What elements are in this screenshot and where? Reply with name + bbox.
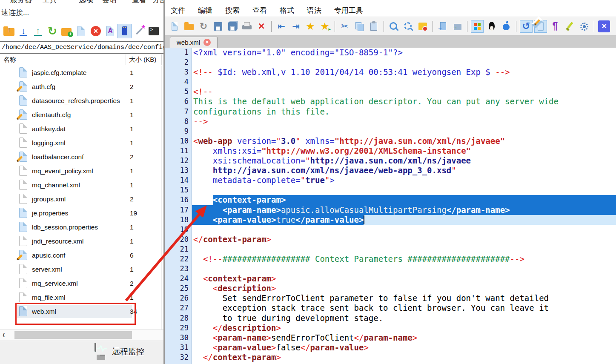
- editor-menu-item-专用工具[interactable]: 专用工具: [328, 6, 369, 15]
- code-text[interactable]: xmlns:xsi="http://www.w3.org/2001/XMLSch…: [192, 146, 616, 156]
- code-text[interactable]: [192, 126, 616, 136]
- highlighter-icon[interactable]: [564, 20, 576, 32]
- wizard-icon[interactable]: *: [132, 24, 146, 38]
- code-text[interactable]: <!--: [192, 87, 616, 97]
- code-line[interactable]: 11 xmlns:xsi="http://www.w3.org/2001/XML…: [165, 146, 616, 156]
- column-size[interactable]: 大小 (KB): [129, 54, 156, 66]
- undo-icon[interactable]: ↺: [520, 20, 532, 32]
- apple-icon[interactable]: [500, 20, 512, 32]
- code-line[interactable]: 6This is the default web application des…: [165, 97, 616, 106]
- new-file-icon[interactable]: [169, 20, 181, 32]
- column-name[interactable]: 名称: [3, 54, 16, 66]
- refresh-icon[interactable]: ↻: [46, 24, 59, 38]
- cut-icon[interactable]: ✂: [339, 20, 351, 32]
- pilcrow-icon[interactable]: ¶: [549, 20, 561, 32]
- code-line[interactable]: 5<!--: [165, 87, 616, 97]
- code-text[interactable]: xsi:schemaLocation="http://java.sun.com/…: [192, 156, 616, 166]
- code-text[interactable]: This is the default web application desc…: [192, 97, 616, 106]
- left-menu-item-会话[interactable]: 会话: [102, 0, 117, 5]
- code-line[interactable]: 13 http://java.sun.com/xml/ns/javaee/web…: [165, 166, 616, 175]
- code-text[interactable]: exception stack trace sent back to clien…: [192, 303, 616, 313]
- file-row-server.xml[interactable]: server.xml1: [0, 262, 163, 276]
- terminal-icon[interactable]: >: [147, 24, 160, 38]
- path-input[interactable]: /home/dee/AAS_DeeService/domains/dee/con…: [0, 41, 163, 54]
- new-file-icon[interactable]: [74, 24, 88, 38]
- code-text[interactable]: <!-- $Id: web.xml,v 1.10 2011/04/14 00:5…: [192, 67, 616, 77]
- file-row-mq_service.xml[interactable]: mq_service.xml2: [0, 276, 163, 290]
- code-text[interactable]: <param-value>true</param-value>: [192, 215, 616, 225]
- code-text[interactable]: <param-name>apusic.allowCasualMultipartP…: [192, 205, 616, 215]
- left-menu-item-工具[interactable]: 工具: [43, 0, 57, 5]
- code-text[interactable]: <param-value>false</param-value>: [192, 343, 616, 353]
- code-line[interactable]: 7configurations in this file.: [165, 107, 616, 117]
- code-line[interactable]: 33: [165, 362, 616, 364]
- linux-icon[interactable]: [486, 20, 498, 32]
- code-line[interactable]: 9: [165, 126, 616, 136]
- file-row-jaspic.cfg.template[interactable]: jaspic.cfg.template1: [0, 66, 163, 80]
- code-line[interactable]: 2: [165, 57, 616, 67]
- code-line[interactable]: 1<?xml version="1.0" encoding="ISO-8859-…: [165, 48, 616, 57]
- code-line[interactable]: 20</context-param>: [165, 235, 616, 244]
- code-line[interactable]: 24 <context-param>: [165, 274, 616, 284]
- code-text[interactable]: <param-name>sendErrorToClient</param-nam…: [192, 333, 616, 343]
- replace-icon[interactable]: [402, 20, 414, 32]
- editor-menu-item-语法[interactable]: 语法: [301, 6, 327, 15]
- upload-icon[interactable]: ↑: [31, 24, 45, 38]
- code-text[interactable]: <description>: [192, 284, 616, 293]
- save-all-icon[interactable]: [226, 20, 238, 32]
- quick-connect[interactable]: 速连接...: [0, 6, 163, 21]
- code-line[interactable]: 8-->: [165, 117, 616, 126]
- find-icon[interactable]: [388, 20, 400, 32]
- bookmark-edit-icon[interactable]: ★: [304, 20, 316, 32]
- print-icon[interactable]: [241, 20, 253, 32]
- file-row-apusic.conf[interactable]: apusic.conf6: [0, 248, 163, 262]
- settings-gear-icon[interactable]: [578, 20, 590, 32]
- code-text[interactable]: -->: [192, 117, 616, 126]
- code-line[interactable]: 23: [165, 264, 616, 274]
- outdent-icon[interactable]: ⇤: [275, 20, 287, 32]
- code-text[interactable]: <?xml version="1.0" encoding="ISO-8859-1…: [192, 48, 616, 57]
- editor-menu-item-查看[interactable]: 查看: [246, 6, 273, 15]
- left-menu-item-选项[interactable]: 选项: [79, 0, 93, 5]
- save-icon[interactable]: [212, 20, 224, 32]
- code-text[interactable]: </context-param>: [192, 353, 616, 362]
- code-text[interactable]: to true during development stage.: [192, 313, 616, 323]
- left-menu-item-分割[interactable]: 分割: [152, 0, 163, 5]
- code-text[interactable]: <!--################## Context Parameter…: [192, 254, 616, 264]
- editor-menu-item-格式[interactable]: 格式: [274, 6, 300, 15]
- file-row-jndi_resource.xml[interactable]: jndi_resource.xml1: [0, 234, 163, 248]
- file-row-mq_event_policy.xml[interactable]: mq_event_policy.xml1: [0, 164, 163, 178]
- editor-icon[interactable]: [118, 24, 132, 38]
- code-text[interactable]: <web-app version="3.0" xmlns="http://jav…: [192, 136, 616, 146]
- download-icon[interactable]: ↓: [17, 24, 30, 38]
- code-line[interactable]: 31 <param-value>false</param-value>: [165, 343, 616, 353]
- copy-icon[interactable]: [353, 20, 365, 32]
- code-line[interactable]: 19: [165, 225, 616, 235]
- editor-menu-item-文件[interactable]: 文件: [165, 6, 191, 15]
- up-directory-icon[interactable]: ↑: [2, 24, 16, 38]
- code-line[interactable]: 10<web-app version="3.0" xmlns="http://j…: [165, 136, 616, 146]
- close-icon[interactable]: ×: [203, 39, 211, 46]
- file-row-je.properties[interactable]: je.properties19: [0, 206, 163, 220]
- remote-monitor-label[interactable]: 远程监控: [112, 346, 144, 357]
- editor-menu-item-搜索[interactable]: 搜索: [219, 6, 246, 15]
- code-line[interactable]: 17 <param-name>apusic.allowCasualMultipa…: [165, 205, 616, 215]
- code-text[interactable]: configurations in this file.: [192, 107, 616, 117]
- file-row-auth.cfg[interactable]: auth.cfg2: [0, 80, 163, 94]
- code-text[interactable]: metadata-complete="true">: [192, 175, 616, 185]
- horizontal-scrollbar[interactable]: ‹: [0, 330, 163, 341]
- edit-page-icon[interactable]: [535, 20, 547, 32]
- file-row-clientauth.cfg[interactable]: clientauth.cfg1: [0, 108, 163, 122]
- file-row-loadbalancer.conf[interactable]: loadbalancer.conf2: [0, 150, 163, 164]
- file-back-icon[interactable]: [437, 20, 449, 32]
- file-row-ldb_session.properties[interactable]: ldb_session.properties1: [0, 220, 163, 234]
- file-row-datasource_refresh.properties[interactable]: datasource_refresh.properties1: [0, 94, 163, 108]
- editor-menu-item-编辑[interactable]: 编辑: [192, 6, 218, 15]
- code-text[interactable]: [192, 362, 616, 364]
- file-row-mq_channel.xml[interactable]: mq_channel.xml1: [0, 178, 163, 192]
- code-line[interactable]: 27 exception stack trace sent back to cl…: [165, 303, 616, 313]
- code-line[interactable]: 28 to true during development stage.: [165, 313, 616, 323]
- code-text[interactable]: <context-param>: [192, 195, 616, 205]
- code-editor[interactable]: 1<?xml version="1.0" encoding="ISO-8859-…: [165, 48, 616, 364]
- file-row-authkey.dat[interactable]: authkey.dat1: [0, 122, 163, 136]
